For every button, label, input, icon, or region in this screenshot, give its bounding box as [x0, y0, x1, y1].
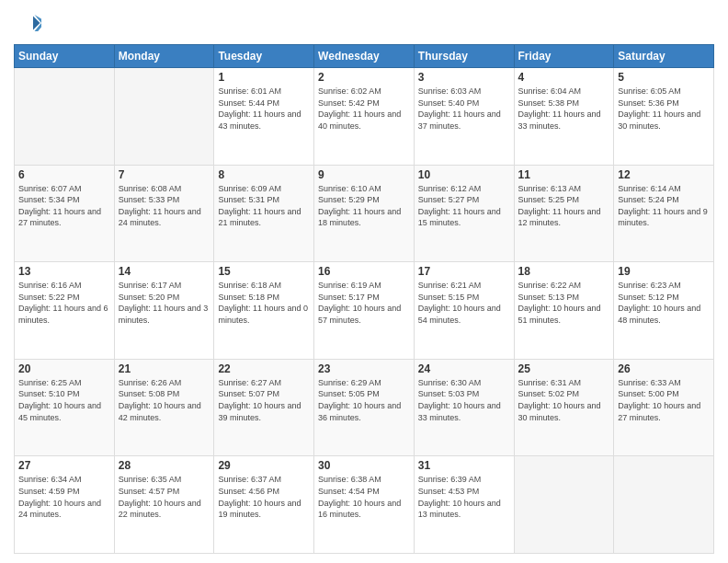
day-info: Sunrise: 6:09 AM Sunset: 5:31 PM Dayligh…	[218, 183, 310, 229]
day-number: 24	[418, 362, 510, 375]
day-number: 16	[318, 265, 410, 278]
calendar-cell: 25Sunrise: 6:31 AM Sunset: 5:02 PM Dayli…	[514, 359, 614, 456]
calendar-cell: 13Sunrise: 6:16 AM Sunset: 5:22 PM Dayli…	[15, 262, 115, 360]
day-header-friday: Friday	[514, 45, 614, 68]
day-header-saturday: Saturday	[614, 45, 714, 68]
day-number: 30	[318, 459, 410, 472]
calendar-cell: 12Sunrise: 6:14 AM Sunset: 5:24 PM Dayli…	[614, 165, 714, 262]
calendar-header-row: SundayMondayTuesdayWednesdayThursdayFrid…	[15, 45, 714, 68]
calendar-cell: 11Sunrise: 6:13 AM Sunset: 5:25 PM Dayli…	[514, 165, 614, 262]
day-number: 9	[318, 168, 410, 181]
calendar-cell: 19Sunrise: 6:23 AM Sunset: 5:12 PM Dayli…	[614, 262, 714, 360]
day-number: 11	[518, 168, 610, 181]
day-number: 3	[418, 71, 510, 84]
day-header-thursday: Thursday	[414, 45, 514, 68]
calendar-cell: 15Sunrise: 6:18 AM Sunset: 5:18 PM Dayli…	[214, 262, 314, 360]
header	[14, 9, 714, 37]
day-info: Sunrise: 6:31 AM Sunset: 5:02 PM Dayligh…	[518, 377, 610, 423]
day-info: Sunrise: 6:05 AM Sunset: 5:36 PM Dayligh…	[618, 86, 710, 132]
calendar-table: SundayMondayTuesdayWednesdayThursdayFrid…	[14, 44, 714, 554]
day-number: 29	[218, 459, 310, 472]
calendar-cell: 16Sunrise: 6:19 AM Sunset: 5:17 PM Dayli…	[314, 262, 415, 360]
day-info: Sunrise: 6:16 AM Sunset: 5:22 PM Dayligh…	[18, 280, 110, 326]
day-number: 23	[318, 362, 410, 375]
day-number: 4	[518, 71, 610, 84]
calendar-cell: 14Sunrise: 6:17 AM Sunset: 5:20 PM Dayli…	[114, 262, 214, 360]
day-info: Sunrise: 6:02 AM Sunset: 5:42 PM Dayligh…	[318, 86, 410, 132]
calendar-cell	[15, 68, 115, 166]
calendar-cell: 10Sunrise: 6:12 AM Sunset: 5:27 PM Dayli…	[414, 165, 514, 262]
day-number: 26	[618, 362, 710, 375]
day-number: 18	[518, 265, 610, 278]
day-info: Sunrise: 6:38 AM Sunset: 4:54 PM Dayligh…	[318, 474, 410, 520]
calendar-cell: 21Sunrise: 6:26 AM Sunset: 5:08 PM Dayli…	[114, 359, 214, 456]
page: SundayMondayTuesdayWednesdayThursdayFrid…	[0, 0, 728, 563]
day-info: Sunrise: 6:39 AM Sunset: 4:53 PM Dayligh…	[418, 474, 510, 520]
day-number: 15	[218, 265, 310, 278]
logo	[14, 9, 45, 37]
day-info: Sunrise: 6:30 AM Sunset: 5:03 PM Dayligh…	[418, 377, 510, 423]
day-info: Sunrise: 6:12 AM Sunset: 5:27 PM Dayligh…	[418, 183, 510, 229]
calendar-week-row: 20Sunrise: 6:25 AM Sunset: 5:10 PM Dayli…	[15, 359, 714, 456]
calendar-week-row: 27Sunrise: 6:34 AM Sunset: 4:59 PM Dayli…	[15, 456, 714, 554]
calendar-cell: 3Sunrise: 6:03 AM Sunset: 5:40 PM Daylig…	[414, 68, 514, 166]
day-number: 28	[119, 459, 210, 472]
calendar-cell: 1Sunrise: 6:01 AM Sunset: 5:44 PM Daylig…	[214, 68, 314, 166]
day-number: 2	[318, 71, 410, 84]
day-info: Sunrise: 6:19 AM Sunset: 5:17 PM Dayligh…	[318, 280, 410, 326]
day-number: 5	[618, 71, 710, 84]
day-info: Sunrise: 6:26 AM Sunset: 5:08 PM Dayligh…	[119, 377, 210, 423]
calendar-cell	[114, 68, 214, 166]
day-info: Sunrise: 6:04 AM Sunset: 5:38 PM Dayligh…	[518, 86, 610, 132]
calendar-cell: 31Sunrise: 6:39 AM Sunset: 4:53 PM Dayli…	[414, 456, 514, 554]
calendar-week-row: 1Sunrise: 6:01 AM Sunset: 5:44 PM Daylig…	[15, 68, 714, 166]
calendar-cell	[614, 456, 714, 554]
day-info: Sunrise: 6:35 AM Sunset: 4:57 PM Dayligh…	[119, 474, 210, 520]
calendar-cell: 30Sunrise: 6:38 AM Sunset: 4:54 PM Dayli…	[314, 456, 415, 554]
day-info: Sunrise: 6:17 AM Sunset: 5:20 PM Dayligh…	[119, 280, 210, 326]
day-info: Sunrise: 6:08 AM Sunset: 5:33 PM Dayligh…	[119, 183, 210, 229]
day-info: Sunrise: 6:03 AM Sunset: 5:40 PM Dayligh…	[418, 86, 510, 132]
calendar-cell: 9Sunrise: 6:10 AM Sunset: 5:29 PM Daylig…	[314, 165, 415, 262]
day-info: Sunrise: 6:10 AM Sunset: 5:29 PM Dayligh…	[318, 183, 410, 229]
day-info: Sunrise: 6:22 AM Sunset: 5:13 PM Dayligh…	[518, 280, 610, 326]
calendar-cell: 28Sunrise: 6:35 AM Sunset: 4:57 PM Dayli…	[114, 456, 214, 554]
day-number: 6	[18, 168, 110, 181]
day-info: Sunrise: 6:37 AM Sunset: 4:56 PM Dayligh…	[218, 474, 310, 520]
calendar-cell: 7Sunrise: 6:08 AM Sunset: 5:33 PM Daylig…	[114, 165, 214, 262]
day-info: Sunrise: 6:14 AM Sunset: 5:24 PM Dayligh…	[618, 183, 710, 229]
day-info: Sunrise: 6:27 AM Sunset: 5:07 PM Dayligh…	[218, 377, 310, 423]
calendar-cell: 2Sunrise: 6:02 AM Sunset: 5:42 PM Daylig…	[314, 68, 415, 166]
day-info: Sunrise: 6:29 AM Sunset: 5:05 PM Dayligh…	[318, 377, 410, 423]
day-number: 10	[418, 168, 510, 181]
day-number: 21	[119, 362, 210, 375]
day-info: Sunrise: 6:25 AM Sunset: 5:10 PM Dayligh…	[18, 377, 110, 423]
day-number: 14	[119, 265, 210, 278]
day-number: 13	[18, 265, 110, 278]
day-number: 19	[618, 265, 710, 278]
day-info: Sunrise: 6:07 AM Sunset: 5:34 PM Dayligh…	[18, 183, 110, 229]
day-info: Sunrise: 6:34 AM Sunset: 4:59 PM Dayligh…	[18, 474, 110, 520]
calendar-week-row: 6Sunrise: 6:07 AM Sunset: 5:34 PM Daylig…	[15, 165, 714, 262]
day-number: 27	[18, 459, 110, 472]
day-header-monday: Monday	[114, 45, 214, 68]
calendar-cell: 6Sunrise: 6:07 AM Sunset: 5:34 PM Daylig…	[15, 165, 115, 262]
calendar-cell: 27Sunrise: 6:34 AM Sunset: 4:59 PM Dayli…	[15, 456, 115, 554]
day-number: 7	[119, 168, 210, 181]
day-info: Sunrise: 6:01 AM Sunset: 5:44 PM Dayligh…	[218, 86, 310, 132]
day-number: 17	[418, 265, 510, 278]
calendar-cell: 5Sunrise: 6:05 AM Sunset: 5:36 PM Daylig…	[614, 68, 714, 166]
day-number: 31	[418, 459, 510, 472]
day-info: Sunrise: 6:18 AM Sunset: 5:18 PM Dayligh…	[218, 280, 310, 326]
day-header-sunday: Sunday	[15, 45, 115, 68]
calendar-cell: 4Sunrise: 6:04 AM Sunset: 5:38 PM Daylig…	[514, 68, 614, 166]
day-info: Sunrise: 6:13 AM Sunset: 5:25 PM Dayligh…	[518, 183, 610, 229]
calendar-cell: 26Sunrise: 6:33 AM Sunset: 5:00 PM Dayli…	[614, 359, 714, 456]
day-info: Sunrise: 6:33 AM Sunset: 5:00 PM Dayligh…	[618, 377, 710, 423]
logo-icon	[14, 9, 41, 37]
day-number: 25	[518, 362, 610, 375]
day-info: Sunrise: 6:23 AM Sunset: 5:12 PM Dayligh…	[618, 280, 710, 326]
calendar-cell: 18Sunrise: 6:22 AM Sunset: 5:13 PM Dayli…	[514, 262, 614, 360]
calendar-cell: 17Sunrise: 6:21 AM Sunset: 5:15 PM Dayli…	[414, 262, 514, 360]
calendar-cell: 22Sunrise: 6:27 AM Sunset: 5:07 PM Dayli…	[214, 359, 314, 456]
